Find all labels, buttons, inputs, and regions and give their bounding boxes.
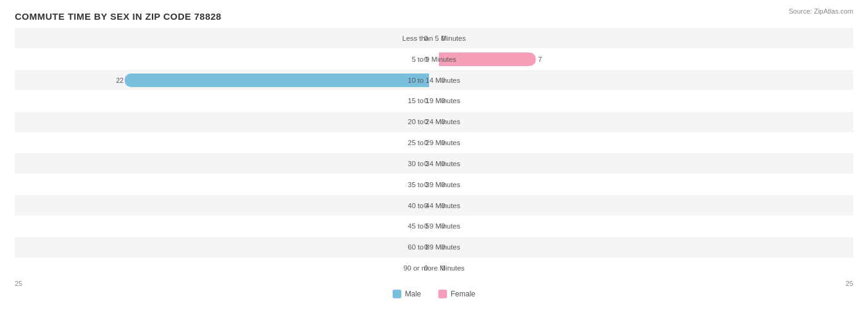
male-value: 0 — [424, 139, 428, 146]
male-value: 0 — [424, 202, 428, 209]
legend: Male Female — [15, 290, 853, 298]
chart-row: 0060 to 89 Minutes — [15, 237, 853, 258]
chart-row: 22010 to 14 Minutes — [15, 70, 853, 90]
chart-title: COMMUTE TIME BY SEX IN ZIP CODE 78828 — [15, 11, 853, 22]
chart-area: 00Less than 5 Minutes075 to 9 Minutes220… — [15, 28, 853, 279]
axis-right: 25 — [846, 280, 853, 287]
female-value: 0 — [441, 202, 445, 209]
male-value: 0 — [424, 118, 428, 125]
chart-row: 0045 to 59 Minutes — [15, 216, 853, 237]
female-value: 0 — [441, 264, 445, 272]
legend-female-box — [438, 290, 447, 298]
legend-male: Male — [393, 290, 421, 298]
bar-male — [125, 73, 429, 87]
chart-row: 0030 to 34 Minutes — [15, 153, 853, 174]
chart-row: 075 to 9 Minutes — [15, 49, 853, 69]
legend-male-label: Male — [405, 290, 421, 298]
female-value: 0 — [441, 118, 445, 125]
male-value: 0 — [424, 160, 428, 167]
male-value: 22 — [116, 77, 123, 84]
legend-female: Female — [438, 290, 475, 298]
chart-row: 0015 to 19 Minutes — [15, 91, 853, 111]
chart-container: COMMUTE TIME BY SEX IN ZIP CODE 78828 So… — [0, 0, 868, 323]
female-value: 0 — [441, 139, 445, 146]
chart-row: 0020 to 24 Minutes — [15, 112, 853, 132]
male-value: 0 — [424, 264, 428, 272]
male-value: 0 — [424, 181, 428, 188]
female-value: 7 — [538, 56, 542, 63]
female-value: 0 — [441, 181, 445, 188]
male-value: 0 — [424, 35, 428, 42]
female-value: 0 — [441, 35, 445, 42]
female-value: 0 — [441, 222, 445, 230]
male-value: 0 — [424, 243, 428, 251]
chart-row: 0025 to 29 Minutes — [15, 133, 853, 153]
male-value: 0 — [424, 97, 428, 104]
source-label: Source: ZipAtlas.com — [788, 7, 853, 15]
legend-male-box — [393, 290, 401, 298]
bar-female — [439, 52, 536, 66]
male-value: 0 — [424, 56, 428, 63]
male-value: 0 — [424, 222, 428, 230]
legend-female-label: Female — [451, 290, 475, 298]
axis-left: 25 — [15, 280, 22, 287]
chart-row: 0035 to 39 Minutes — [15, 174, 853, 195]
female-value: 0 — [441, 160, 445, 167]
female-value: 0 — [441, 77, 445, 84]
chart-row: 00Less than 5 Minutes — [15, 28, 853, 48]
chart-row: 0090 or more Minutes — [15, 258, 853, 279]
female-value: 0 — [441, 243, 445, 251]
female-value: 0 — [441, 97, 445, 104]
chart-row: 0040 to 44 Minutes — [15, 195, 853, 216]
